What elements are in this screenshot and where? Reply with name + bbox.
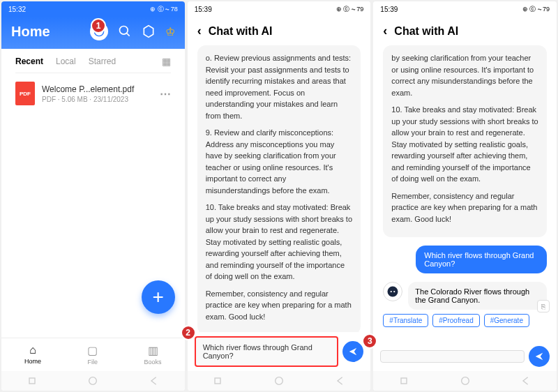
- tab-local[interactable]: Local: [56, 56, 76, 66]
- system-nav: [373, 371, 557, 391]
- back-icon[interactable]: [335, 375, 346, 386]
- copy-icon[interactable]: ⎘: [537, 300, 550, 312]
- status-bar: 15:39 ⊕ ⓒ ⏦ 79: [188, 1, 371, 17]
- status-icons: ⊕ ⓒ ⏦ 79: [336, 5, 364, 14]
- ai-avatar-icon: [383, 282, 402, 301]
- chat-header: ‹ Chat with AI: [373, 17, 557, 45]
- system-nav: [1, 371, 185, 391]
- annotation-badge-1: 1: [91, 18, 106, 33]
- suggestion-generate[interactable]: #Generate: [484, 314, 529, 327]
- crown-icon[interactable]: ♔: [165, 25, 175, 38]
- page-title: Chat with AI: [209, 25, 273, 38]
- status-bar: 15:32 ⊕ ⓒ ⏦ 78: [1, 1, 185, 17]
- grid-view-icon[interactable]: ▦: [162, 56, 171, 67]
- search-icon[interactable]: [118, 24, 132, 38]
- home-icon[interactable]: [460, 375, 471, 386]
- chat-body: o. Review previous assignments and tests…: [188, 45, 371, 332]
- send-button[interactable]: [529, 346, 550, 367]
- svg-point-7: [89, 377, 97, 385]
- file-item[interactable]: PDF Welcome P...element.pdf PDF · 5.06 M…: [15, 73, 171, 114]
- svg-point-3: [119, 27, 128, 35]
- chat-input[interactable]: Which river flows through Grand Canyon?: [195, 336, 339, 367]
- suggestion-row: #Translate #Proofread #Generate: [383, 310, 547, 331]
- tab-recent[interactable]: Recent: [15, 56, 43, 66]
- status-time: 15:39: [195, 6, 212, 13]
- pdf-icon: PDF: [15, 82, 35, 105]
- send-button[interactable]: [342, 341, 363, 362]
- page-title: Home: [11, 24, 50, 40]
- bottom-nav: ⌂Home ▢File ▥Books: [1, 338, 185, 371]
- svg-line-4: [126, 33, 129, 36]
- status-icons: ⊕ ⓒ ⏦ 78: [150, 5, 178, 14]
- svg-marker-5: [144, 26, 153, 38]
- chat-body: by seeking clarification from your teach…: [373, 45, 557, 342]
- add-button[interactable]: +: [142, 280, 175, 314]
- file-tabs: Recent Local Starred ▦: [15, 56, 171, 73]
- chat-input[interactable]: [380, 350, 525, 363]
- home-icon[interactable]: [87, 375, 98, 386]
- svg-point-12: [393, 291, 395, 292]
- status-bar: 15:39 ⊕ ⓒ ⏦ 79: [373, 1, 557, 17]
- nav-books[interactable]: ▥Books: [144, 344, 162, 365]
- back-icon[interactable]: ‹: [197, 24, 202, 38]
- back-icon[interactable]: [149, 375, 160, 386]
- svg-point-14: [461, 377, 469, 385]
- back-icon[interactable]: ‹: [383, 24, 387, 38]
- svg-point-11: [391, 291, 392, 292]
- svg-point-9: [276, 377, 283, 385]
- svg-rect-13: [401, 378, 407, 384]
- tab-starred[interactable]: Starred: [89, 56, 116, 66]
- ai-message: o. Review previous assignments and tests…: [197, 45, 361, 332]
- suggestion-translate[interactable]: #Translate: [383, 314, 428, 327]
- more-icon[interactable]: ⋯: [160, 87, 171, 100]
- system-nav: [188, 371, 371, 391]
- home-icon[interactable]: [273, 375, 285, 386]
- file-name: Welcome P...element.pdf: [42, 84, 153, 94]
- chat-input-row: Which river flows through Grand Canyon?: [188, 332, 371, 371]
- user-message: Which river flows through Grand Canyon?: [416, 246, 547, 273]
- svg-rect-6: [29, 378, 35, 384]
- nav-file[interactable]: ▢File: [87, 344, 98, 365]
- status-icons: ⊕ ⓒ ⏦ 79: [522, 5, 550, 14]
- status-time: 15:32: [8, 6, 26, 13]
- svg-rect-8: [215, 378, 220, 384]
- suggestion-proofread[interactable]: #Proofread: [432, 314, 479, 327]
- phone-chat-input: 15:39 ⊕ ⓒ ⏦ 79 ‹ Chat with AI o. Review …: [188, 1, 371, 391]
- ai-reply: The Colorado River flows through the Gra…: [408, 282, 547, 310]
- ai-reply-row: The Colorado River flows through the Gra…: [383, 282, 547, 310]
- back-icon[interactable]: [520, 375, 531, 386]
- phone-home-screen: 15:32 ⊕ ⓒ ⏦ 78 Home ♔ Recent Local Starr…: [1, 1, 185, 391]
- nav-home[interactable]: ⌂Home: [24, 344, 41, 365]
- chat-header: ‹ Chat with AI: [188, 17, 371, 45]
- svg-point-10: [388, 287, 398, 297]
- recent-apps-icon[interactable]: [398, 375, 409, 386]
- annotation-badge-2: 2: [181, 325, 196, 340]
- file-meta: PDF · 5.06 MB · 23/11/2023: [42, 96, 153, 103]
- status-time: 15:39: [380, 6, 398, 13]
- chat-input-row: [373, 342, 557, 371]
- settings-icon[interactable]: [142, 24, 156, 38]
- phone-chat-response: 15:39 ⊕ ⓒ ⏦ 79 ‹ Chat with AI by seeking…: [373, 1, 557, 391]
- recent-apps-icon[interactable]: [27, 375, 38, 386]
- recent-apps-icon[interactable]: [212, 375, 223, 386]
- page-title: Chat with AI: [394, 25, 458, 38]
- ai-message: by seeking clarification from your teach…: [383, 45, 547, 237]
